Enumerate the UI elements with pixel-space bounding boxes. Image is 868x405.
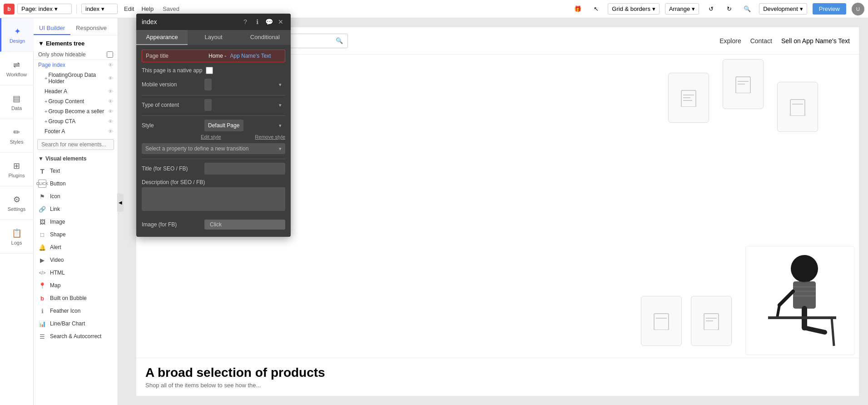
panel-tab-conditional[interactable]: Conditional <box>239 30 291 45</box>
divider-2 <box>142 115 285 116</box>
page-nav: Explore Contact Sell on App Name's Text <box>719 37 850 45</box>
search-btn[interactable]: 🔍 <box>741 3 754 15</box>
development-label: Development <box>763 5 798 12</box>
chevron-down-icon-4: ▾ <box>692 5 695 12</box>
sidebar-tab-design[interactable]: ✦ Design <box>0 18 34 52</box>
tree-item-page-index[interactable]: Page index 👁 <box>34 60 118 70</box>
only-show-hideable-checkbox[interactable] <box>107 51 113 58</box>
responsive-tab[interactable]: Responsive <box>70 22 112 35</box>
style-select[interactable]: Default Page <box>204 120 243 131</box>
nav-explore[interactable]: Explore <box>719 37 741 45</box>
preview-btn[interactable]: Preview <box>813 3 846 15</box>
sidebar-tab-data-label: Data <box>11 105 22 111</box>
divider-1 <box>142 95 285 95</box>
grid-borders-label: Grid & borders <box>612 5 650 12</box>
native-app-checkbox[interactable] <box>206 67 213 74</box>
gift-icon-btn[interactable]: 🎁 <box>571 3 584 15</box>
edit-style-link[interactable]: Edit style <box>201 134 221 140</box>
settings-icon: ⚙ <box>13 195 20 205</box>
element-button[interactable]: CLICK Button <box>34 177 118 190</box>
type-content-row: Type of content <box>142 99 285 111</box>
panel-tab-layout[interactable]: Layout <box>188 30 239 45</box>
user-avatar[interactable]: U <box>852 3 864 15</box>
index-selector[interactable]: index ▾ <box>81 4 118 14</box>
seo-desc-textarea[interactable] <box>142 187 285 211</box>
element-link-label: Link <box>50 206 60 212</box>
remove-style-link[interactable]: Remove style <box>255 134 285 140</box>
search-icon: 🔍 <box>336 37 343 44</box>
native-app-row: This page is a native app <box>142 67 285 74</box>
sidebar-tab-workflow[interactable]: ⇌ Workflow <box>0 52 34 85</box>
visual-elements-header[interactable]: ▼ Visual elements <box>34 153 118 165</box>
topbar-right: 🎁 ↖ Grid & borders ▾ Arrange ▾ ↺ ↻ 🔍 Dev… <box>571 3 864 15</box>
fb-image-btn[interactable]: Click <box>204 220 285 230</box>
seo-title-label: Title (for SEO / FB) <box>142 165 201 172</box>
tree-item-group-cta[interactable]: + Group CTA 👁 <box>34 116 118 126</box>
type-content-select[interactable] <box>204 99 212 111</box>
undo-btn[interactable]: ↺ <box>704 3 717 15</box>
tree-item-group-content[interactable]: + Group Content 👁 <box>34 96 118 106</box>
element-alert[interactable]: 🔔 Alert <box>34 241 118 254</box>
element-link[interactable]: 🔗 Link <box>34 203 118 215</box>
image-icon: 🖼 <box>38 218 46 226</box>
element-feather-icon[interactable]: ℹ Feather Icon <box>34 305 118 317</box>
sidebar-tab-styles-label: Styles <box>10 139 24 145</box>
element-map-label: Map <box>50 282 60 289</box>
page-selector[interactable]: Page: index ▾ <box>17 4 72 14</box>
element-html[interactable]: </> HTML <box>34 266 118 279</box>
element-map[interactable]: 📍 Map <box>34 279 118 292</box>
element-shape[interactable]: □ Shape <box>34 228 118 241</box>
close-icon[interactable]: ✕ <box>276 17 285 26</box>
grid-borders-btn[interactable]: Grid & borders ▾ <box>608 3 660 15</box>
element-line-bar-chart[interactable]: 📊 Line/Bar Chart <box>34 317 118 330</box>
nav-cta[interactable]: Sell on App Name's Text <box>781 37 850 45</box>
help-menu[interactable]: Help <box>141 5 154 12</box>
element-image[interactable]: 🖼 Image <box>34 215 118 228</box>
mobile-version-select[interactable] <box>204 79 212 90</box>
group-become-seller-label: Group Become a seller <box>48 108 104 115</box>
plus-icon-2: + <box>45 99 47 104</box>
page-title-label: Page title <box>146 53 205 59</box>
sidebar-tab-styles[interactable]: ✏ Styles <box>0 119 34 153</box>
ui-builder-tab[interactable]: UI Builder <box>34 22 70 35</box>
svg-point-9 <box>791 255 818 282</box>
cursor-icon-btn[interactable]: ↖ <box>590 3 602 15</box>
sidebar-tab-data[interactable]: ▤ Data <box>0 85 34 119</box>
element-text[interactable]: T Text <box>34 165 118 177</box>
element-video[interactable]: ▶ Video <box>34 254 118 266</box>
tree-item-footer-a[interactable]: Footer A 👁 <box>34 126 118 136</box>
divider-1 <box>76 5 77 14</box>
info-icon[interactable]: ℹ <box>253 17 262 26</box>
redo-btn[interactable]: ↻ <box>723 3 735 15</box>
right-decorative-area <box>641 55 859 369</box>
sidebar-tab-plugins[interactable]: ⊞ Plugins <box>0 153 34 186</box>
nav-contact[interactable]: Contact <box>750 37 772 45</box>
transition-placeholder: Select a property to define a new transi… <box>145 145 279 152</box>
panel-tab-appearance[interactable]: Appearance <box>136 30 188 45</box>
element-alert-label: Alert <box>50 244 61 250</box>
sidebar-tab-logs[interactable]: 📋 Logs <box>0 220 34 254</box>
transition-select[interactable]: Select a property to define a new transi… <box>142 143 285 154</box>
element-built-on-bubble[interactable]: b Built on Bubble <box>34 292 118 305</box>
seo-title-input[interactable] <box>204 163 285 175</box>
deco-card-1 <box>668 73 709 123</box>
element-search-autocorrect[interactable]: ☰ Search & Autocorrect <box>34 330 118 343</box>
tree-item-floating-group[interactable]: + FloatingGroup Data Holder 👁 <box>34 70 118 86</box>
arrange-btn[interactable]: Arrange ▾ <box>665 3 699 15</box>
sidebar-tab-settings[interactable]: ⚙ Settings <box>0 186 34 220</box>
svg-rect-0 <box>681 90 696 107</box>
element-search-input[interactable] <box>37 139 114 150</box>
chat-icon[interactable]: 💬 <box>264 17 273 26</box>
panel-body: Page title Home - App Name's Text This p… <box>136 45 291 237</box>
question-icon[interactable]: ? <box>241 17 250 26</box>
page-title-row: Page title Home - App Name's Text <box>142 50 285 62</box>
edit-menu[interactable]: Edit <box>124 5 134 12</box>
page-title-dynamic[interactable]: App Name's Text <box>230 53 271 59</box>
element-icon[interactable]: ⚑ Icon <box>34 190 118 203</box>
topbar: b Page: index ▾ index ▾ Edit Help Saved … <box>0 0 868 18</box>
sidebar-collapse-btn[interactable]: ◀ <box>117 194 124 212</box>
tree-item-group-become-seller[interactable]: + Group Become a seller 👁 <box>34 106 118 116</box>
tree-item-header-a[interactable]: Header A 👁 <box>34 86 118 96</box>
svg-line-17 <box>804 328 825 332</box>
development-btn[interactable]: Development ▾ <box>759 3 807 15</box>
